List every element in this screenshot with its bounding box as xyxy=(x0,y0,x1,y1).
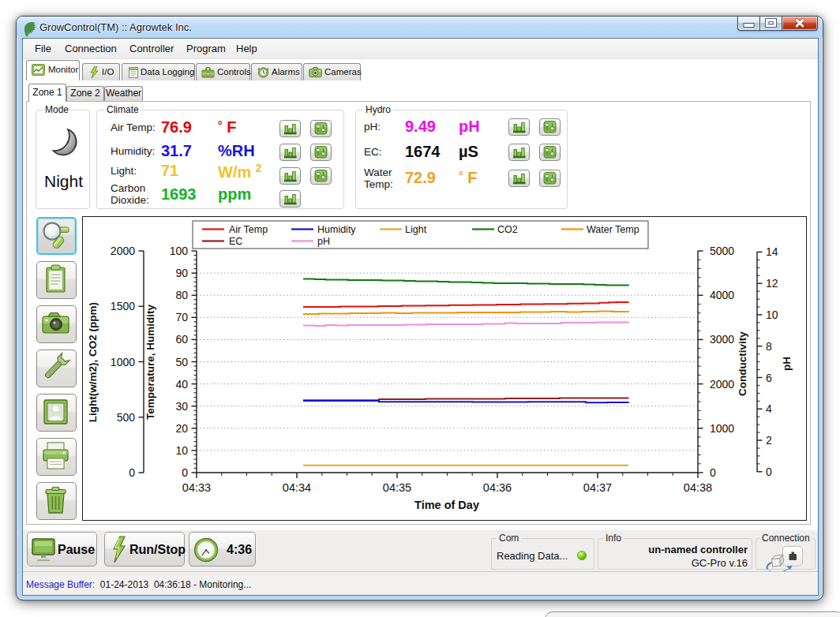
svg-text:12: 12 xyxy=(766,277,778,290)
svg-text:04:37: 04:37 xyxy=(583,481,612,494)
svg-text:04:33: 04:33 xyxy=(182,481,211,494)
svg-text:0: 0 xyxy=(766,466,772,478)
svg-text:Light(w/m2), CO2 (ppm): Light(w/m2), CO2 (ppm) xyxy=(87,302,99,422)
svg-text:80: 80 xyxy=(175,289,188,301)
svg-text:0: 0 xyxy=(182,466,188,479)
svg-text:1000: 1000 xyxy=(111,356,135,368)
svg-text:10: 10 xyxy=(766,308,778,321)
svg-text:Temperature, Humidity: Temperature, Humidity xyxy=(144,304,156,420)
svg-text:Time of Day: Time of Day xyxy=(414,499,479,511)
svg-text:2: 2 xyxy=(766,434,772,447)
svg-text:04:38: 04:38 xyxy=(684,481,712,494)
svg-text:4000: 4000 xyxy=(710,289,734,301)
svg-text:70: 70 xyxy=(175,311,188,323)
svg-text:6: 6 xyxy=(766,372,772,384)
svg-text:04:35: 04:35 xyxy=(383,481,411,494)
svg-text:1500: 1500 xyxy=(111,300,135,312)
svg-text:3000: 3000 xyxy=(710,333,734,346)
svg-text:500: 500 xyxy=(117,411,136,424)
svg-text:Conductivity: Conductivity xyxy=(737,331,748,396)
svg-text:14: 14 xyxy=(766,245,778,258)
svg-text:pH: pH xyxy=(317,236,330,247)
svg-text:20: 20 xyxy=(175,422,188,435)
svg-text:60: 60 xyxy=(175,333,188,346)
svg-text:pH: pH xyxy=(781,357,793,371)
svg-text:CO2: CO2 xyxy=(497,224,518,235)
svg-text:Air Temp: Air Temp xyxy=(229,224,268,235)
svg-text:2000: 2000 xyxy=(111,245,135,257)
svg-text:0: 0 xyxy=(710,466,716,479)
svg-text:50: 50 xyxy=(175,356,188,368)
svg-text:1000: 1000 xyxy=(710,422,734,435)
svg-text:30: 30 xyxy=(175,400,188,413)
svg-text:Light: Light xyxy=(405,224,427,235)
svg-text:EC: EC xyxy=(229,236,242,247)
svg-text:90: 90 xyxy=(175,267,188,279)
svg-text:100: 100 xyxy=(170,245,189,257)
svg-text:8: 8 xyxy=(766,340,772,353)
svg-text:0: 0 xyxy=(129,466,135,479)
svg-text:40: 40 xyxy=(175,378,188,391)
svg-text:04:36: 04:36 xyxy=(483,481,512,494)
svg-text:5000: 5000 xyxy=(710,245,734,257)
svg-text:2000: 2000 xyxy=(710,378,734,391)
svg-text:4: 4 xyxy=(766,402,772,415)
svg-text:04:34: 04:34 xyxy=(283,481,311,494)
svg-text:10: 10 xyxy=(175,444,188,457)
svg-text:Water Temp: Water Temp xyxy=(587,224,639,235)
svg-text:Humidity: Humidity xyxy=(317,224,356,235)
